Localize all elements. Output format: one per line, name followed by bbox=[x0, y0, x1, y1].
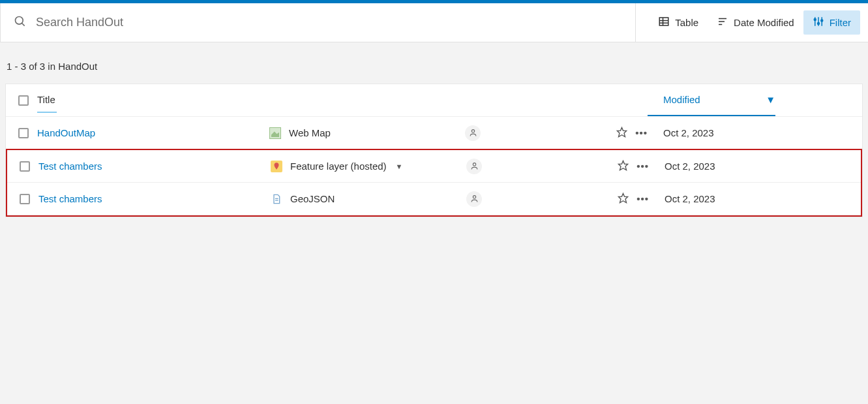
result-count: 1 - 3 of 3 in HandOut bbox=[5, 46, 863, 84]
item-type: Web Map bbox=[289, 127, 331, 138]
share-owner-icon[interactable] bbox=[465, 125, 481, 141]
sliders-icon bbox=[813, 16, 824, 29]
more-actions-icon[interactable]: ••• bbox=[635, 127, 648, 138]
svg-line-1 bbox=[22, 23, 25, 26]
table-icon bbox=[658, 16, 670, 29]
svg-point-16 bbox=[471, 130, 474, 132]
table-header-row: Title Modified ▼ bbox=[6, 84, 862, 117]
view-table-button[interactable]: Table bbox=[649, 10, 708, 35]
document-icon bbox=[271, 193, 282, 205]
feature-layer-icon bbox=[271, 161, 282, 172]
share-owner-icon[interactable] bbox=[466, 159, 482, 174]
svg-point-14 bbox=[820, 20, 822, 22]
view-table-label: Table bbox=[675, 17, 698, 28]
svg-marker-23 bbox=[619, 193, 628, 202]
sort-desc-icon: ▼ bbox=[766, 94, 775, 105]
header-title[interactable]: Title bbox=[35, 87, 269, 113]
item-modified-date: Oct 2, 2023 bbox=[665, 193, 715, 204]
svg-marker-19 bbox=[619, 161, 628, 170]
svg-point-12 bbox=[814, 19, 816, 21]
item-modified-date: Oct 2, 2023 bbox=[665, 161, 715, 172]
search-input[interactable] bbox=[36, 16, 362, 29]
table-row: Test chambersFeature layer (hosted)▼•••O… bbox=[7, 150, 861, 183]
type-dropdown-caret-icon[interactable]: ▼ bbox=[396, 163, 403, 170]
search-icon bbox=[14, 15, 27, 30]
item-type: Feature layer (hosted) bbox=[290, 161, 387, 172]
header-checkbox-cell bbox=[12, 95, 35, 106]
favorite-star-icon[interactable] bbox=[616, 127, 627, 140]
svg-point-13 bbox=[817, 23, 819, 25]
table-row: Test chambersGeoJSON•••Oct 2, 2023 bbox=[7, 183, 861, 215]
sort-date-modified-label: Date Modified bbox=[734, 17, 794, 28]
search-area bbox=[0, 3, 635, 42]
share-owner-icon[interactable] bbox=[466, 191, 482, 207]
row-checkbox[interactable] bbox=[18, 128, 29, 138]
svg-point-18 bbox=[473, 163, 475, 166]
item-title-link[interactable]: Test chambers bbox=[38, 161, 102, 172]
svg-point-0 bbox=[16, 17, 23, 25]
svg-rect-2 bbox=[659, 18, 668, 25]
favorite-star-icon[interactable] bbox=[618, 160, 629, 173]
svg-point-22 bbox=[473, 196, 475, 198]
webmap-icon bbox=[269, 127, 281, 139]
items-table: Title Modified ▼ HandOutMapWeb Map•••Oct… bbox=[5, 84, 863, 217]
item-type: GeoJSON bbox=[290, 193, 335, 204]
more-actions-icon[interactable]: ••• bbox=[636, 161, 649, 172]
select-all-checkbox[interactable] bbox=[18, 95, 29, 106]
filter-label: Filter bbox=[830, 17, 851, 28]
toolbar: Table Date Modified Filter bbox=[0, 3, 868, 42]
toolbar-actions: Table Date Modified Filter bbox=[635, 3, 868, 42]
sort-date-modified-button[interactable]: Date Modified bbox=[708, 10, 803, 35]
favorite-star-icon[interactable] bbox=[618, 193, 629, 206]
item-title-link[interactable]: Test chambers bbox=[38, 193, 102, 204]
more-actions-icon[interactable]: ••• bbox=[636, 193, 649, 204]
annotation-highlight: Test chambersFeature layer (hosted)▼•••O… bbox=[6, 149, 862, 217]
filter-button[interactable]: Filter bbox=[803, 10, 860, 35]
row-checkbox[interactable] bbox=[20, 194, 30, 204]
sort-icon bbox=[717, 16, 728, 29]
content-area: 1 - 3 of 3 in HandOut Title Modified ▼ H… bbox=[0, 42, 868, 221]
svg-marker-17 bbox=[618, 127, 627, 136]
header-modified[interactable]: Modified ▼ bbox=[648, 84, 775, 116]
item-modified-date: Oct 2, 2023 bbox=[663, 127, 714, 138]
item-title-link[interactable]: HandOutMap bbox=[37, 127, 95, 138]
row-checkbox[interactable] bbox=[20, 161, 30, 172]
table-row: HandOutMapWeb Map•••Oct 2, 2023 bbox=[6, 117, 862, 149]
